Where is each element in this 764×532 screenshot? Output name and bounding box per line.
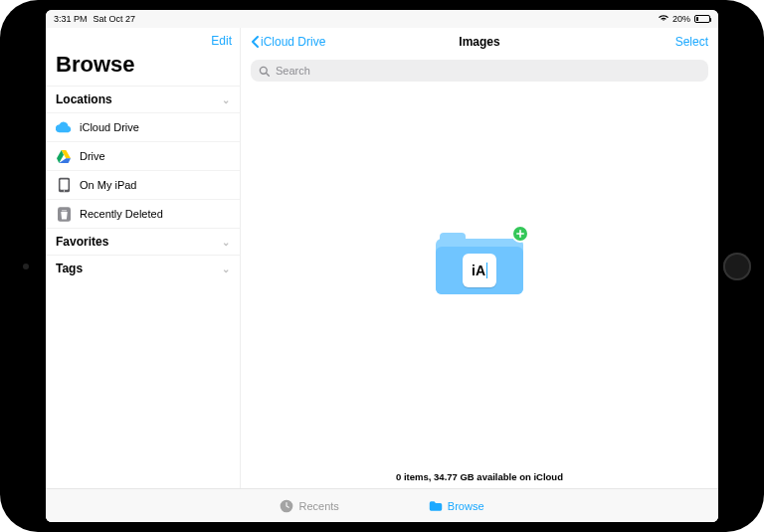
folder-icon: iA [436,231,523,294]
chevron-down-icon: ⌄ [222,237,230,248]
sidebar-item-label: On My iPad [80,179,136,191]
gdrive-icon [56,148,72,164]
svg-point-5 [63,190,64,191]
search-icon [259,66,270,77]
text-caret [486,263,487,278]
svg-line-8 [267,73,270,76]
search-placeholder: Search [276,65,310,77]
sidebar: Edit Browse Locations ⌄ iCloud Drive [46,28,241,488]
nav-bar: iCloud Drive Images Select [241,28,718,56]
section-label: Locations [56,92,112,106]
tab-label: Browse [448,500,484,512]
trash-icon [56,206,72,222]
section-tags[interactable]: Tags ⌄ [46,255,240,281]
drag-drop-target[interactable]: iA [436,231,523,294]
tab-bar: Recents Browse [46,488,718,522]
sidebar-item-icloud-drive[interactable]: iCloud Drive [46,112,240,141]
folder-icon [429,500,443,512]
sidebar-item-label: Recently Deleted [80,208,163,220]
dragged-app-chip: iA [463,254,496,287]
screen: 3:31 PM Sat Oct 27 20% Edit Browse [46,10,718,522]
chevron-down-icon: ⌄ [222,94,230,105]
section-favorites[interactable]: Favorites ⌄ [46,228,240,255]
file-grid[interactable]: iA [241,88,718,467]
sidebar-item-drive[interactable]: Drive [46,141,240,170]
sidebar-item-recently-deleted[interactable]: Recently Deleted [46,199,240,228]
back-label: iCloud Drive [261,35,325,49]
page-title: Images [459,35,499,49]
status-bar: 3:31 PM Sat Oct 27 20% [46,10,718,28]
edit-button[interactable]: Edit [211,34,232,48]
sidebar-item-label: iCloud Drive [80,121,139,133]
home-button[interactable] [723,253,751,280]
app-chip-label: iA [472,263,485,278]
svg-rect-4 [60,179,68,189]
sidebar-item-label: Drive [80,150,105,162]
files-app: Edit Browse Locations ⌄ iCloud Drive [46,28,718,522]
tab-label: Recents [298,500,338,512]
content-pane: iCloud Drive Images Select Search [241,28,718,488]
chevron-down-icon: ⌄ [222,264,230,274]
footer-status: 0 items, 34.77 GB available on iCloud [241,467,718,488]
clock-icon [280,500,293,512]
battery-percent: 20% [672,14,690,24]
plus-badge-icon [511,225,529,243]
chevron-left-icon [251,36,259,48]
status-date: Sat Oct 27 [94,14,136,24]
search-input[interactable]: Search [251,60,708,82]
battery-icon [694,15,710,23]
tab-recents[interactable]: Recents [280,500,338,512]
section-locations[interactable]: Locations ⌄ [46,86,240,112]
wifi-icon [659,14,668,24]
ipad-device-frame: 3:31 PM Sat Oct 27 20% Edit Browse [0,0,764,532]
front-camera [23,264,29,269]
select-button[interactable]: Select [675,35,708,49]
section-label: Tags [56,262,83,275]
tab-browse[interactable]: Browse [429,500,484,512]
status-time: 3:31 PM [54,14,88,24]
sidebar-item-on-my-ipad[interactable]: On My iPad [46,170,240,199]
ipad-icon [56,177,72,193]
sidebar-title: Browse [46,48,240,86]
section-label: Favorites [56,235,108,249]
back-button[interactable]: iCloud Drive [251,35,325,49]
icloud-icon [56,119,72,135]
